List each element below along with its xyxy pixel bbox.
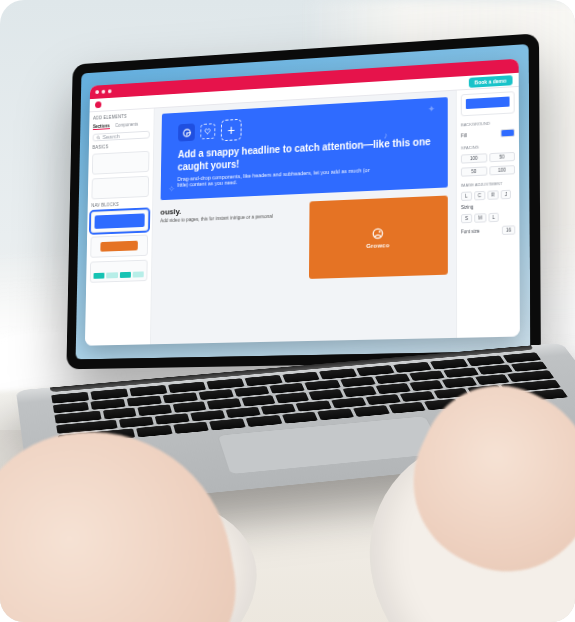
svg-point-3 <box>373 229 382 239</box>
group-basics-label: Basics <box>92 142 149 150</box>
section-thumb-hero[interactable] <box>91 209 149 232</box>
sizing-label: Sizing <box>461 205 473 211</box>
align-right-button[interactable]: R <box>487 190 499 200</box>
media-block[interactable]: Growco <box>309 196 448 279</box>
spacing-bottom-input[interactable]: 50 <box>461 166 487 176</box>
minimap-preview[interactable] <box>461 91 515 116</box>
align-center-button[interactable]: C <box>474 191 485 201</box>
spacing-right-input[interactable]: 50 <box>489 152 515 162</box>
media-brand-label: Growco <box>366 242 389 249</box>
plus-icon: + <box>227 122 235 138</box>
size-l-button[interactable]: L <box>488 213 499 223</box>
spacing-left-input[interactable]: 100 <box>489 165 515 175</box>
left-panel-title: Add elements <box>93 113 150 121</box>
growco-mark-icon <box>371 226 385 241</box>
sizing-controls: S M L <box>461 212 515 223</box>
fill-label: Fill <box>461 133 467 138</box>
fontsize-label: Font size <box>461 229 480 235</box>
tab-sections[interactable]: Sections <box>93 123 110 130</box>
section-thumb-columns[interactable] <box>90 260 148 283</box>
photo-scene: Book a demo Add elements Sections Compon… <box>0 0 575 622</box>
secondary-row: ously. Add video to pages, this for inst… <box>159 196 448 284</box>
tab-components[interactable]: Components <box>115 122 138 129</box>
growco-logo-icon <box>178 123 195 141</box>
align-controls: L C R J <box>461 190 515 201</box>
search-input[interactable]: Search <box>93 131 150 142</box>
brand-mark-icon <box>95 101 101 108</box>
spacing-top-input[interactable]: 100 <box>461 153 487 163</box>
svg-line-1 <box>99 138 100 139</box>
group-background-label: Background <box>461 119 515 127</box>
search-icon <box>96 135 101 140</box>
right-panel: Background Fill Spacing 100 50 <box>456 87 520 338</box>
add-element-button[interactable]: + <box>221 119 242 141</box>
section-thumb-1[interactable] <box>92 151 150 175</box>
section-thumb-media[interactable] <box>90 234 148 257</box>
book-demo-button[interactable]: Book a demo <box>468 75 512 88</box>
hero-section[interactable]: ✦ ♪ ✧ <box>161 97 448 200</box>
group-navblocks-label: Nav blocks <box>91 201 148 208</box>
editor-canvas[interactable]: ✦ ♪ ✧ <box>151 91 456 345</box>
group-image-adjust-label: Image adjustment <box>461 180 515 187</box>
copy-block[interactable]: ously. Add video to pages, this for inst… <box>160 202 302 224</box>
fontsize-input[interactable]: 16 <box>502 225 515 235</box>
section-thumb-2[interactable] <box>91 176 149 200</box>
window-dot-max-icon[interactable] <box>108 89 112 93</box>
window-dot-close-icon[interactable] <box>95 90 99 94</box>
fill-color-swatch[interactable] <box>500 129 514 138</box>
laptop-lid: Book a demo Add elements Sections Compon… <box>66 33 541 369</box>
page-builder-app: Book a demo Add elements Sections Compon… <box>85 59 520 346</box>
svg-point-4 <box>379 231 381 233</box>
favorite-button[interactable] <box>200 123 215 139</box>
align-justify-button[interactable]: J <box>501 190 512 200</box>
window-dot-min-icon[interactable] <box>102 90 106 94</box>
search-placeholder: Search <box>102 133 119 140</box>
size-m-button[interactable]: M <box>474 213 486 223</box>
left-panel: Add elements Sections Components Search … <box>85 108 155 345</box>
left-panel-tabs: Sections Components <box>93 121 150 130</box>
app-body: Add elements Sections Components Search … <box>85 87 520 346</box>
align-left-button[interactable]: L <box>461 191 472 201</box>
laptop-screen: Book a demo Add elements Sections Compon… <box>76 44 531 359</box>
group-spacing-label: Spacing <box>461 143 515 151</box>
heart-icon <box>204 127 212 135</box>
hero-icon-row: + <box>178 108 434 144</box>
size-s-button[interactable]: S <box>461 214 472 224</box>
